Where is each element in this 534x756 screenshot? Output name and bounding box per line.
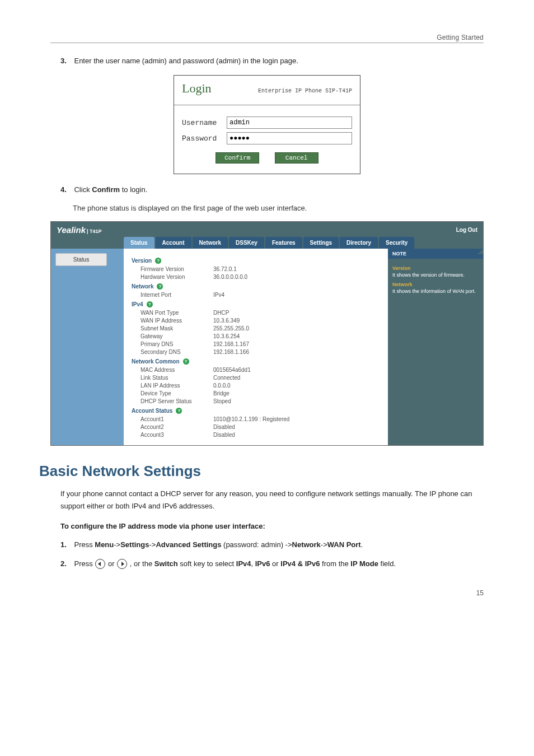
help-icon[interactable]: ?: [157, 283, 163, 290]
right-arrow-icon: [117, 559, 127, 569]
tabs: Status Account Network DSSKey Features S…: [124, 237, 483, 249]
cfg-step-2: 2. Press or , or the Switch soft key to …: [60, 559, 484, 569]
section-title: IPv4?: [132, 301, 383, 307]
login-panel: Login Enterprise IP Phone SIP-T41P Usern…: [174, 75, 360, 174]
step-3-text: Enter the user name (admin) and password…: [74, 57, 298, 65]
username-label: Username: [182, 119, 227, 127]
section-title: Network Common?: [132, 358, 383, 365]
step-4-text: Click Confirm to login.: [74, 185, 147, 194]
status-row: WAN IP Address10.3.6.349: [140, 318, 383, 324]
left-arrow-icon: [95, 559, 105, 569]
status-row: Link StatusConnected: [140, 375, 383, 381]
tab-dsskey[interactable]: DSSKey: [229, 237, 264, 249]
note-text: It shows the information of WAN port.: [392, 288, 479, 295]
step-3: 3. Enter the user name (admin) and passw…: [60, 57, 484, 65]
logout-link[interactable]: Log Out: [456, 227, 477, 233]
intro-paragraph: If your phone cannot contact a DHCP serv…: [60, 488, 484, 512]
status-row: Secondary DNS192.168.1.166: [140, 349, 383, 355]
config-heading: To configure the IP address mode via pho…: [60, 520, 484, 533]
login-title: Login: [182, 81, 212, 96]
tab-status[interactable]: Status: [124, 237, 154, 249]
web-ui: Yealink| T41P Log Out Status Account Net…: [50, 221, 484, 446]
confirm-button[interactable]: Confirm: [216, 152, 259, 164]
help-icon[interactable]: ?: [155, 258, 161, 264]
step-4-num: 4.: [60, 185, 67, 194]
section-title: Version?: [132, 258, 383, 264]
page-number: 15: [50, 589, 484, 597]
status-row: Subnet Mask255.255.255.0: [140, 325, 383, 332]
cfg-step-1: 1. Press Menu->Settings->Advanced Settin…: [60, 540, 484, 549]
tab-settings[interactable]: Settings: [303, 237, 339, 249]
username-input[interactable]: [227, 116, 352, 129]
status-row: LAN IP Address0.0.0.0: [140, 382, 383, 389]
status-row: Internet PortIPv4: [140, 292, 383, 298]
status-row: DHCP Server StatusStoped: [140, 398, 383, 404]
section-title: Network?: [132, 283, 383, 290]
status-content: Version?Firmware Version36.72.0.1Hardwar…: [124, 249, 388, 445]
status-row: Hardware Version36.0.0.0.0.0.0: [140, 274, 383, 280]
help-icon[interactable]: ?: [183, 358, 189, 365]
status-row: MAC Address0015654a6dd1: [140, 367, 383, 373]
note-title: Network: [392, 282, 479, 288]
section-title: Account Status?: [132, 408, 383, 414]
tab-directory[interactable]: Directory: [340, 237, 378, 249]
step-4-sub: The phone status is displayed on the fir…: [73, 204, 484, 212]
password-label: Password: [182, 134, 227, 143]
note-head: NOTE: [388, 249, 483, 259]
step-4: 4. Click Confirm to login.: [60, 185, 484, 194]
status-row: Account3Disabled: [140, 432, 383, 438]
status-row: Account2Disabled: [140, 424, 383, 430]
help-icon[interactable]: ?: [176, 408, 182, 414]
brand: Yealink| T41P: [57, 225, 102, 235]
help-icon[interactable]: ?: [147, 301, 153, 307]
status-row: Account11010@10.2.1.199 : Registered: [140, 416, 383, 422]
note-text: It shows the version of firmware.: [392, 272, 479, 279]
status-row: Firmware Version36.72.0.1: [140, 266, 383, 272]
note-panel: NOTE VersionIt shows the version of firm…: [388, 249, 483, 445]
tab-security[interactable]: Security: [379, 237, 414, 249]
status-row: Device TypeBridge: [140, 390, 383, 396]
section-heading: Basic Network Settings: [39, 463, 484, 480]
sidebar: Status: [51, 249, 124, 445]
tab-features[interactable]: Features: [265, 237, 302, 249]
note-title: Version: [392, 265, 479, 272]
tab-account[interactable]: Account: [156, 237, 191, 249]
status-row: WAN Port TypeDHCP: [140, 310, 383, 316]
cancel-button[interactable]: Cancel: [275, 152, 318, 164]
status-row: Gateway10.3.6.254: [140, 333, 383, 339]
status-row: Primary DNS192.168.1.167: [140, 341, 383, 347]
step-3-num: 3.: [60, 57, 67, 65]
page-header: Getting Started: [50, 34, 484, 43]
sidebar-item-status[interactable]: Status: [55, 253, 107, 266]
password-input[interactable]: [227, 132, 352, 144]
tab-network[interactable]: Network: [193, 237, 228, 249]
login-subtitle: Enterprise IP Phone SIP-T41P: [258, 88, 352, 94]
